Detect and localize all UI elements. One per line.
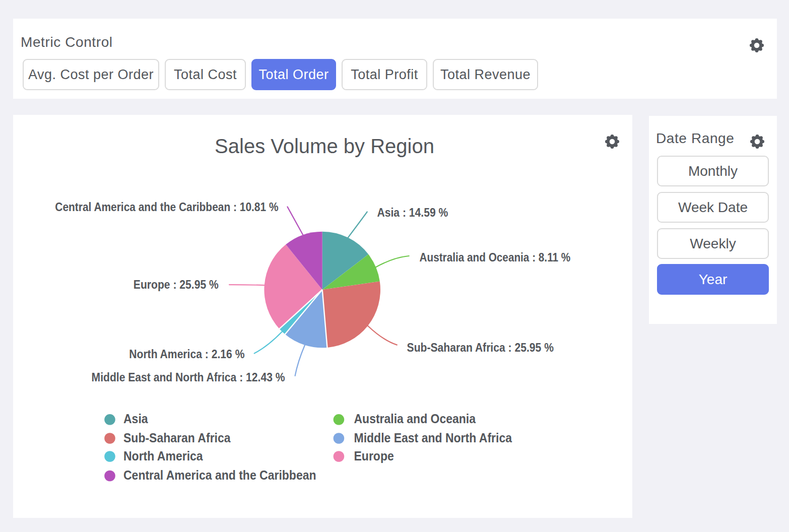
svg-text:Sub-Saharan Africa: Sub-Saharan Africa	[123, 431, 231, 445]
svg-text:North America: North America	[123, 449, 203, 463]
svg-text:Australia and Oceania : 8.11 %: Australia and Oceania : 8.11 %	[420, 251, 571, 264]
svg-text:Asia: Asia	[123, 412, 148, 426]
svg-text:Europe: Europe	[354, 449, 394, 463]
svg-text:Europe : 25.95 %: Europe : 25.95 %	[134, 278, 219, 292]
svg-text:Asia : 14.59 %: Asia : 14.59 %	[377, 206, 448, 220]
svg-text:Sub-Saharan Africa : 25.95 %: Sub-Saharan Africa : 25.95 %	[407, 341, 554, 355]
svg-text:Central America and the Caribb: Central America and the Caribbean	[123, 468, 316, 482]
svg-text:Australia and Oceania: Australia and Oceania	[354, 412, 476, 426]
svg-text:Middle East and North Africa: Middle East and North Africa	[354, 431, 512, 445]
svg-text:Middle East and North Africa :: Middle East and North Africa : 12.43 %	[92, 371, 285, 384]
svg-text:North America : 2.16 %: North America : 2.16 %	[129, 348, 244, 361]
svg-text:Sales Volume by Region: Sales Volume by Region	[215, 135, 434, 157]
svg-text:Central America and the Caribb: Central America and the Caribbean : 10.8…	[55, 201, 278, 214]
